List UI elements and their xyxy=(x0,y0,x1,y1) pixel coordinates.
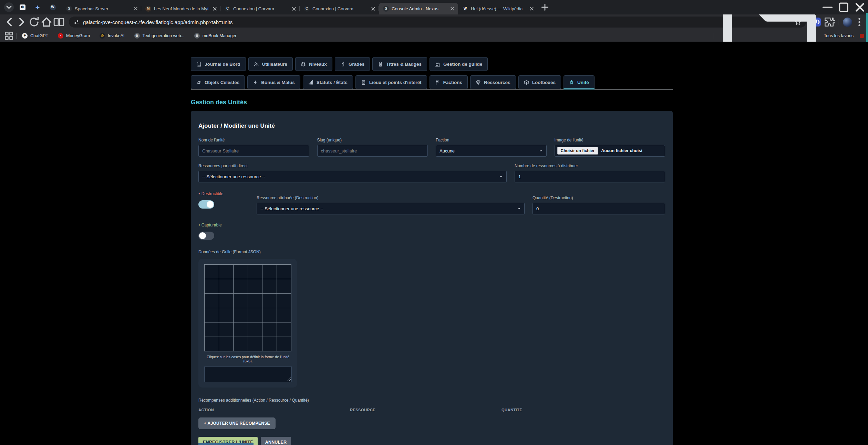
destruction-qty-input[interactable] xyxy=(533,203,665,214)
grid-cell[interactable] xyxy=(219,294,233,308)
destruction-resource-select[interactable]: -- Sélectionner une ressource -- xyxy=(257,203,525,214)
main-tab-utilisateurs[interactable]: Utilisateurs xyxy=(248,57,293,71)
shape-grid xyxy=(204,264,291,351)
grid-cell[interactable] xyxy=(262,337,277,351)
main-tab-gestion-de-guilde[interactable]: Gestion de guilde xyxy=(430,57,488,71)
reload-button[interactable] xyxy=(28,16,40,28)
grid-cell[interactable] xyxy=(234,322,248,337)
grid-cell[interactable] xyxy=(248,294,262,308)
close-tab-icon[interactable] xyxy=(370,6,376,12)
pinned-site-icon[interactable]: ✻ xyxy=(17,1,28,13)
grid-cell[interactable] xyxy=(234,337,248,351)
sub-tab-ressources[interactable]: Ressources xyxy=(470,75,516,89)
grid-cell[interactable] xyxy=(205,265,219,279)
grid-cell[interactable] xyxy=(248,337,262,351)
grid-cell[interactable] xyxy=(205,294,219,308)
grid-cell[interactable] xyxy=(277,294,291,308)
cancel-button[interactable]: ANNULER xyxy=(261,437,291,445)
browser-tab[interactable]: CConnexion | Corvara xyxy=(220,3,300,14)
grid-cell[interactable] xyxy=(277,265,291,279)
grid-cell[interactable] xyxy=(205,308,219,322)
grid-cell[interactable] xyxy=(219,265,233,279)
grid-cell[interactable] xyxy=(234,294,248,308)
grid-cell[interactable] xyxy=(262,322,277,337)
sub-tab-lieux-et-points-d-int-r-t[interactable]: Lieux et points d'intérêt xyxy=(355,75,427,89)
choose-file-button[interactable]: Choisir un fichier xyxy=(557,147,598,155)
sub-tab-lootboxes[interactable]: Lootboxes xyxy=(518,75,561,89)
distribute-count-input[interactable] xyxy=(515,171,665,182)
sub-tab-factions[interactable]: Factions xyxy=(430,75,468,89)
grid-cell[interactable] xyxy=(248,308,262,322)
maximize-button[interactable] xyxy=(836,0,852,14)
grid-cell[interactable] xyxy=(248,322,262,337)
grid-cell[interactable] xyxy=(262,279,277,293)
grid-cell[interactable] xyxy=(277,337,291,351)
main-tab-grades[interactable]: Grades xyxy=(335,57,370,71)
close-tab-icon[interactable] xyxy=(291,6,297,12)
bookmark-item-text-generation-web[interactable]: ◍Text generation web... xyxy=(131,32,188,40)
grid-cell[interactable] xyxy=(262,265,277,279)
apps-grid-button[interactable] xyxy=(4,31,14,41)
grid-cell[interactable] xyxy=(277,322,291,337)
bookmark-item-chatgpt[interactable]: ✻ChatGPT xyxy=(19,32,51,40)
add-reward-button[interactable]: + AJOUTER UNE RÉCOMPENSE xyxy=(198,417,276,429)
faction-select[interactable]: Aucune xyxy=(436,145,547,157)
grid-json-textarea[interactable] xyxy=(204,366,292,382)
close-tab-icon[interactable] xyxy=(212,6,218,12)
gemini-icon[interactable]: ✦ xyxy=(32,1,43,13)
main-tab-journal-de-bord[interactable]: Journal de Bord xyxy=(191,57,246,71)
browser-menu-button[interactable] xyxy=(854,17,865,27)
close-tab-icon[interactable] xyxy=(133,6,138,12)
capturable-toggle[interactable] xyxy=(198,232,214,240)
sub-tab-objets-c-lestes[interactable]: Objets Célestes xyxy=(191,75,245,89)
bookmark-item-moneygram[interactable]: ◖MoneyGram xyxy=(55,32,93,40)
browser-tab[interactable]: MLes Neuf Mondes de la Mythol xyxy=(141,3,220,14)
grid-cell[interactable] xyxy=(205,322,219,337)
grid-cell[interactable] xyxy=(277,308,291,322)
grid-cell[interactable] xyxy=(277,279,291,293)
split-view-button[interactable] xyxy=(53,16,65,28)
grid-cell[interactable] xyxy=(219,279,233,293)
url-text[interactable]: galactic-pve-conquest-c7fe.dev.flatlogic… xyxy=(83,19,791,25)
minimize-button[interactable] xyxy=(819,0,836,14)
forward-button[interactable] xyxy=(16,16,28,28)
grid-cell[interactable] xyxy=(219,308,233,322)
close-tab-icon[interactable] xyxy=(450,6,455,12)
close-window-button[interactable] xyxy=(852,0,868,14)
browser-tab[interactable]: SConsole Admin - Nexus xyxy=(379,3,458,14)
grid-cell[interactable] xyxy=(262,308,277,322)
grid-cell[interactable] xyxy=(248,265,262,279)
address-bar[interactable]: galactic-pve-conquest-c7fe.dev.flatlogic… xyxy=(69,17,806,28)
grid-cell[interactable] xyxy=(234,265,248,279)
destructible-toggle[interactable] xyxy=(198,200,214,209)
cost-resource-select[interactable]: -- Sélectionner une ressource -- xyxy=(198,171,507,182)
grid-cell[interactable] xyxy=(205,337,219,351)
grid-cell[interactable] xyxy=(234,308,248,322)
grid-cell[interactable] xyxy=(248,279,262,293)
grid-cell[interactable] xyxy=(205,279,219,293)
bookmark-item-invokeai[interactable]: ◎InvokeAI xyxy=(96,32,128,40)
image-file-input[interactable]: Choisir un fichier Aucun fichier choisi xyxy=(555,145,665,157)
wordpress-icon[interactable]: W xyxy=(47,1,59,13)
tab-search-button[interactable] xyxy=(4,2,14,12)
browser-tab[interactable]: CConnexion | Corvara xyxy=(300,3,379,14)
grid-cell[interactable] xyxy=(262,294,277,308)
slug-input[interactable] xyxy=(317,145,428,157)
grid-cell[interactable] xyxy=(234,279,248,293)
new-tab-button[interactable] xyxy=(540,2,550,12)
sub-tab-statuts-tats[interactable]: Statuts / États xyxy=(303,75,353,89)
sub-tab-bonus-malus[interactable]: Bonus & Malus xyxy=(247,75,300,89)
close-tab-icon[interactable] xyxy=(529,6,535,12)
grid-cell[interactable] xyxy=(219,322,233,337)
main-tab-niveaux[interactable]: Niveaux xyxy=(295,57,332,71)
bookmark-item-mdbook-manager[interactable]: ◍mdBook Manager xyxy=(191,32,240,40)
home-button[interactable] xyxy=(41,16,52,28)
sub-tab-unit[interactable]: Unité xyxy=(564,75,595,89)
browser-tab[interactable]: WHel (déesse) — Wikipédia xyxy=(458,3,537,14)
grid-cell[interactable] xyxy=(219,337,233,351)
browser-tab[interactable]: SSpacebar Server xyxy=(62,3,141,14)
main-tab-titres-badges[interactable]: Titres & Badges xyxy=(372,57,427,71)
back-button[interactable] xyxy=(3,16,15,28)
unit-name-input[interactable] xyxy=(198,145,309,157)
site-settings-icon[interactable] xyxy=(74,19,79,25)
